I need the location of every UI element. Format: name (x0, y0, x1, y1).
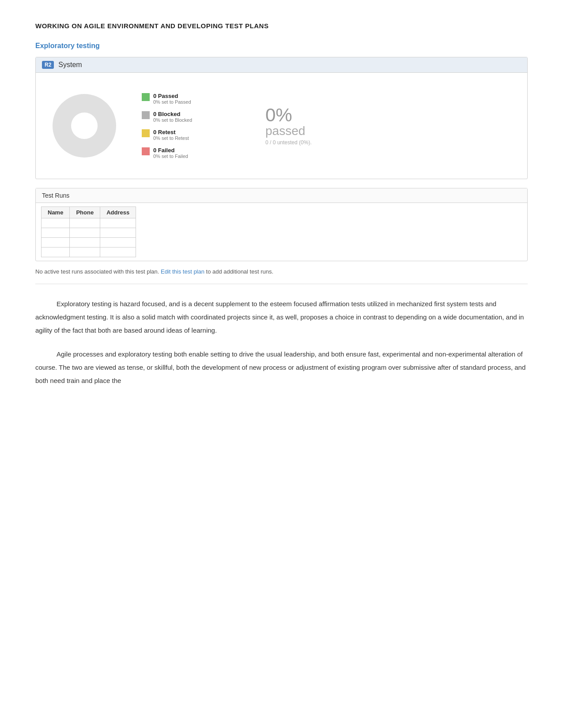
col-address: Address (100, 207, 136, 218)
table-row (42, 218, 136, 228)
no-runs-before: No active test runs associated with this… (35, 268, 161, 275)
cell (100, 248, 136, 257)
legend-text-retest: 0 Retest 0% set to Retest (153, 129, 189, 141)
cell (42, 228, 70, 238)
cell (42, 248, 70, 257)
no-test-runs-text: No active test runs associated with this… (35, 268, 528, 275)
test-runs-table: Name Phone Address (41, 206, 136, 257)
legend-item-passed: 0 Passed 0% set to Passed (142, 93, 230, 105)
passed-label: 0 Passed (153, 93, 191, 99)
cell (42, 218, 70, 228)
test-runs-header: Test Runs (36, 188, 527, 203)
cell (70, 248, 100, 257)
legend-text-passed: 0 Passed 0% set to Passed (153, 93, 191, 105)
blocked-swatch (142, 111, 150, 119)
cell (100, 228, 136, 238)
legend-item-blocked: 0 Blocked 0% set to Blocked (142, 111, 230, 123)
blocked-sub: 0% set to Blocked (153, 117, 192, 123)
r2-badge: R2 (42, 61, 54, 69)
paragraph-2: Agile processes and exploratory testing … (35, 348, 528, 387)
col-phone: Phone (70, 207, 100, 218)
stats-label: passed (265, 124, 312, 138)
table-header-row: Name Phone Address (42, 207, 136, 218)
table-row (42, 228, 136, 238)
system-header-label: System (58, 61, 82, 69)
retest-label: 0 Retest (153, 129, 189, 135)
retest-sub: 0% set to Retest (153, 135, 189, 141)
cell (70, 218, 100, 228)
cell (70, 238, 100, 248)
stats-area: 0% passed 0 / 0 untested (0%). (265, 106, 312, 146)
page-title: WORKING ON AGILE ENVIRONMENT AND DEVELOP… (35, 22, 528, 30)
blocked-label: 0 Blocked (153, 111, 192, 117)
col-name: Name (42, 207, 70, 218)
section-title: Exploratory testing (35, 42, 528, 50)
test-runs-box: Test Runs Name Phone Address (35, 188, 528, 261)
cell (100, 218, 136, 228)
no-runs-after: to add additional test runs. (204, 268, 273, 275)
cell (42, 238, 70, 248)
table-row (42, 248, 136, 257)
retest-swatch (142, 129, 150, 137)
passed-sub: 0% set to Passed (153, 99, 191, 105)
pie-chart (45, 86, 124, 165)
cell (100, 238, 136, 248)
legend-item-retest: 0 Retest 0% set to Retest (142, 129, 230, 141)
paragraph-1: Exploratory testing is hazard focused, a… (35, 297, 528, 337)
edit-test-plan-link[interactable]: Edit this test plan (161, 268, 204, 275)
failed-label: 0 Failed (153, 147, 188, 154)
passed-swatch (142, 93, 150, 101)
legend-text-failed: 0 Failed 0% set to Failed (153, 147, 188, 159)
stats-sub: 0 / 0 untested (0%). (265, 139, 312, 146)
table-row (42, 238, 136, 248)
cell (70, 228, 100, 238)
legend-text-blocked: 0 Blocked 0% set to Blocked (153, 111, 192, 123)
system-header: R2 System (36, 57, 527, 73)
legend-item-failed: 0 Failed 0% set to Failed (142, 147, 230, 159)
system-content: 0 Passed 0% set to Passed 0 Blocked 0% s… (36, 73, 527, 179)
stats-percent: 0% (265, 106, 312, 124)
failed-sub: 0% set to Failed (153, 154, 188, 159)
system-box: R2 System 0 Passed 0% set to Passed (35, 57, 528, 179)
failed-swatch (142, 147, 150, 155)
section-divider (35, 284, 528, 284)
svg-point-1 (71, 113, 98, 139)
legend: 0 Passed 0% set to Passed 0 Blocked 0% s… (142, 93, 230, 159)
